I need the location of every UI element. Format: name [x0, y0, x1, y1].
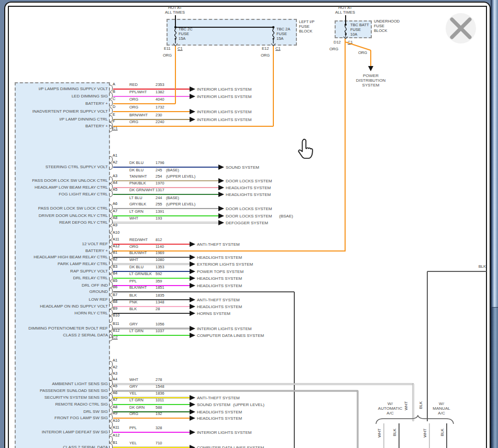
circuit-number: 1391 [156, 210, 164, 214]
signal-label: REMOTE RADIO CTRL SIG [16, 402, 108, 407]
flow-arrow-icon [218, 185, 224, 190]
wire-color-spec: ORG [129, 412, 138, 416]
wire-A11 [113, 432, 190, 433]
pin-label: A5 [113, 188, 117, 192]
system-destination-label: DOOR LOCKS SYSTEM [226, 214, 272, 218]
variant-note: (BASE) [166, 196, 179, 200]
signal-label: 12 VOLT REF [16, 242, 108, 246]
system-destination-label: INTERIOR LIGHTS SYSTEM [197, 117, 251, 122]
wire-color-spec: LT GRN/BLK [129, 272, 152, 276]
circuit-number: 1796 [156, 161, 164, 165]
wire-color-spec: BLK [129, 307, 137, 311]
wire-C-vertical [175, 46, 176, 104]
blk-feed-vertical [427, 271, 428, 421]
option-label-manual-ac: W/ [425, 401, 458, 406]
signal-label: REAR DEFOG RLY CTRL [16, 220, 108, 225]
signal-label: INADVERTENT POWER SUPPLY VOLT [16, 109, 108, 114]
circuit-number: 192 [156, 412, 162, 416]
wire-E [113, 119, 190, 120]
wire-B2 [113, 264, 190, 265]
ac-option-wire [399, 423, 400, 448]
circuit-number: 4040 [156, 97, 164, 102]
system-destination-label: HEADLIGHTS SYSTEM [197, 255, 242, 260]
close-button[interactable] [446, 13, 476, 43]
fuse-name: TBC 2C [179, 27, 193, 31]
signal-label: PARK LAMP RELAY CTRL [16, 261, 108, 266]
pin-label: A11 [113, 425, 119, 430]
wire-color-spec: ORG [129, 245, 138, 249]
hot-at-label: HOT AT [338, 6, 352, 10]
signal-label: HORN RLY CTRL [16, 311, 108, 315]
circuit-number: 1851 [156, 286, 164, 290]
flow-arrow-icon [190, 94, 195, 99]
wire-B6 [113, 291, 294, 292]
signal-label: RAP SUPPLY VOLT [16, 269, 108, 274]
flow-arrow-icon [190, 109, 195, 114]
flow-arrow-icon [190, 269, 195, 274]
circuit-number: 812 [156, 238, 162, 242]
system-destination-label: SOUND SYSTEM [197, 402, 230, 407]
wire-A8 [113, 411, 190, 412]
pin-label: A9 [113, 223, 117, 227]
wire-color-label-vertical: BLK [440, 429, 445, 436]
signal-label: CLASS 2 SERIAL DATA [16, 333, 108, 337]
fuse-name: FUSE [276, 32, 287, 36]
wire-B1 [113, 257, 190, 258]
wire-color-spec: ORG [129, 120, 138, 124]
pin-label: A5 [113, 384, 117, 388]
system-destination-label: HEADLIGHTS SYSTEM [197, 276, 242, 281]
pin-label: A8 [113, 405, 117, 409]
flow-arrow-icon [190, 304, 195, 309]
hot-at-label: HOT AT [168, 6, 182, 10]
circuit-number: 245 [156, 168, 162, 172]
wire-color-spec: LT BLU [129, 196, 142, 200]
circuit-number: 1382 [156, 90, 164, 94]
system-destination-label: POWER TOPS SYSTEM [197, 269, 244, 274]
wire-color-spec: TAN/WHT [129, 174, 147, 179]
scrollbar[interactable] [491, 0, 498, 448]
wire-color-spec: BLK [129, 293, 137, 298]
circuit-number: 1140 [156, 245, 164, 249]
fuse-block-name: FUSE [299, 25, 309, 29]
scrollbar-track-lower[interactable] [491, 307, 498, 448]
circuit-number: 244 [156, 196, 162, 200]
hot-at-label: ALL TIMES [165, 10, 185, 15]
flow-arrow-icon [190, 297, 195, 302]
pin-label: B1 [113, 250, 117, 255]
splice-brace [374, 415, 456, 425]
flow-arrow-icon [190, 395, 195, 400]
flow-arrow-icon [190, 333, 195, 338]
flow-arrow-icon [218, 206, 224, 211]
circuit-number: 359 [156, 279, 162, 283]
wire-color-spec: LT GRN [129, 329, 143, 333]
circuit-number: 28 [156, 307, 160, 311]
pin-label: C [113, 97, 115, 101]
system-destination-label: ANTI-THEFT SYSTEM [197, 298, 240, 302]
system-destination-label: DEFOGGER SYSTEM [226, 221, 268, 225]
system-destination-label: HEADLIGHTS SYSTEM [197, 304, 242, 309]
circuit-number: 588 [156, 406, 162, 410]
wire-color-label-vertical: BLK [392, 429, 397, 436]
circuit-number: 1353 [156, 265, 164, 269]
signal-label: DRL RELAY CTRL [16, 276, 108, 280]
flow-arrow-icon [218, 165, 224, 170]
wire-color-label-vertical: BLK [418, 401, 423, 409]
fuse-block-name: FUSE [374, 24, 384, 28]
wiring-diagram-canvas[interactable]: HOT ATALL TIMESLEFT I/PFUSEBLOCKTBC 2CFU… [0, 0, 498, 448]
circuit-number: 1969 [156, 251, 164, 255]
wire-B5 [113, 285, 190, 286]
variant-note: (UPPER LEVEL) [233, 402, 264, 407]
fuse-block-name: BLOCK [374, 29, 387, 33]
pin-label: B [113, 90, 115, 94]
wire-color-spec: RED [129, 83, 138, 87]
signal-label: FOG LIGHT RELAY CTRL [16, 192, 108, 196]
pin-label: F [113, 119, 115, 124]
flow-arrow-icon [190, 242, 195, 247]
pin-label: A8 [113, 216, 117, 220]
pin-label: A3 [113, 371, 117, 376]
signal-label: DRIVER DOOR UNLOCK RLY CTRL [16, 213, 108, 218]
option-label-manual-ac: A/C [425, 411, 458, 416]
circuit-number: 328 [156, 426, 162, 430]
connector-label: C1 [113, 126, 118, 130]
wire-color-spec: GRY/BLK [129, 202, 146, 206]
